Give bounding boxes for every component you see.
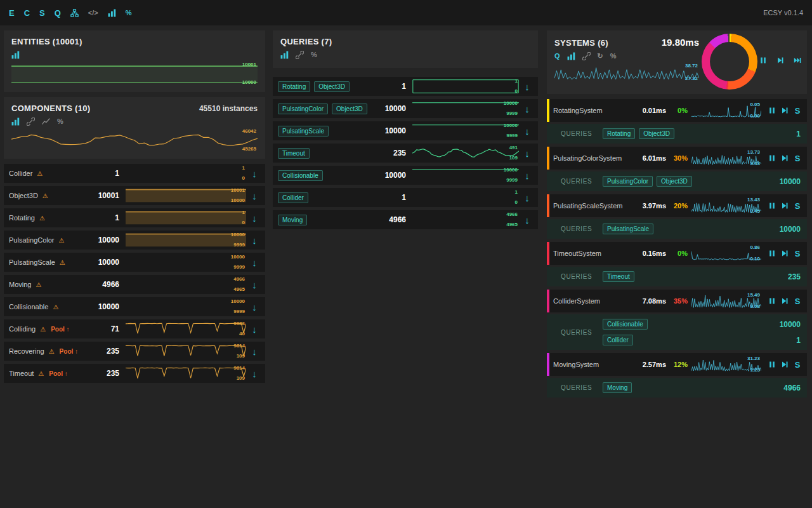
pause-system-button[interactable]	[766, 200, 778, 211]
expand-arrow-icon[interactable]: ↓	[521, 148, 533, 159]
system-query-row[interactable]: Moving4966	[603, 380, 801, 396]
query-tag[interactable]: Collider	[278, 192, 308, 203]
step-system-button[interactable]	[779, 105, 790, 116]
component-row[interactable]: Rotating ⚠ 1 1 0 ↓	[4, 208, 265, 227]
pause-system-button[interactable]	[766, 359, 778, 370]
expand-arrow-icon[interactable]: ↓	[521, 170, 533, 181]
system-row[interactable]: PulsatingScaleSystem 3.97ms 20% 13.43 3.…	[547, 194, 807, 217]
refresh-icon[interactable]: ↻	[598, 53, 603, 60]
query-tag[interactable]: PulsatingScale	[603, 224, 653, 234]
expand-arrow-icon[interactable]: ↓	[249, 213, 260, 224]
component-row[interactable]: PulsatingScale ⚠ 10000 10000 9999 ↓	[4, 253, 265, 272]
query-tag[interactable]: Collisionable	[603, 319, 648, 330]
query-tag[interactable]: PulsatingColor	[603, 176, 653, 187]
chart-icon[interactable]	[567, 52, 575, 60]
component-row[interactable]: Colliding ⚠ Pool ↑ 71 9986 40 ↓	[4, 319, 265, 338]
component-row[interactable]: Recovering ⚠ Pool ↑ 235 9814 109 ↓	[4, 342, 265, 361]
query-tag[interactable]: Collider	[603, 335, 633, 345]
system-row[interactable]: RotatingSystem 0.01ms 0% 0.05 0.00 S	[547, 99, 807, 122]
pause-system-button[interactable]	[766, 152, 778, 164]
query-row[interactable]: Collider 1 1 0 ↓	[273, 188, 538, 207]
percent-icon[interactable]: %	[57, 118, 63, 125]
query-tag[interactable]: Object3D	[657, 176, 692, 187]
system-query-row[interactable]: PulsatingColorObject3D10000	[603, 173, 801, 189]
component-row[interactable]: PulsatingColor ⚠ 10000 10000 9999 ↓	[4, 231, 265, 250]
percent-icon[interactable]: %	[311, 51, 317, 58]
step-system-button[interactable]	[779, 200, 790, 211]
query-tag[interactable]: Object3D	[332, 104, 367, 114]
percent-icon[interactable]: %	[610, 53, 617, 60]
query-row[interactable]: PulsatingScale 10000 10000 9999 ↓	[273, 121, 538, 140]
solo-system-button[interactable]: S	[792, 295, 803, 307]
expand-arrow-icon[interactable]: ↓	[249, 168, 260, 179]
percent-icon[interactable]: %	[126, 9, 132, 17]
step-system-button[interactable]	[779, 295, 790, 307]
query-letter-icon[interactable]: Q	[554, 53, 560, 60]
expand-arrow-icon[interactable]: ↓	[249, 346, 260, 357]
expand-arrow-icon[interactable]: ↓	[249, 302, 260, 312]
query-row[interactable]: Timeout 235 491 109 ↓	[273, 144, 538, 163]
query-tag[interactable]: Rotating	[278, 81, 310, 92]
system-query-row[interactable]: PulsatingScale10000	[603, 221, 801, 237]
toolbar-components-button[interactable]: C	[24, 8, 30, 18]
query-tag[interactable]: Timeout	[603, 271, 634, 282]
pause-system-button[interactable]	[766, 248, 778, 259]
system-row[interactable]: PulsatingColorSystem 6.01ms 30% 13.73 3.…	[547, 147, 807, 170]
step-frame-button[interactable]	[775, 55, 786, 66]
query-tag[interactable]: Rotating	[603, 128, 635, 139]
chart-icon[interactable]	[108, 9, 116, 17]
query-tag[interactable]: Timeout	[278, 148, 310, 159]
component-row[interactable]: Timeout ⚠ Pool ↑ 235 9814 109 ↓	[4, 364, 265, 383]
query-row[interactable]: RotatingObject3D 1 1 0 ↓	[273, 77, 538, 96]
system-row[interactable]: ColliderSystem 7.08ms 35% 15.49 3.08 S	[547, 290, 807, 312]
solo-system-button[interactable]: S	[792, 359, 803, 370]
query-row[interactable]: PulsatingColorObject3D 10000 10000 9999 …	[273, 99, 538, 118]
pause-all-button[interactable]	[757, 55, 769, 66]
query-tag[interactable]: Object3D	[314, 81, 350, 92]
component-row[interactable]: Collisionable ⚠ 10000 10000 9999 ↓	[4, 297, 265, 316]
component-row[interactable]: Moving ⚠ 4966 4966 4965 ↓	[4, 275, 265, 294]
expand-arrow-icon[interactable]: ↓	[249, 190, 260, 201]
hierarchy-icon[interactable]	[70, 9, 79, 17]
system-row[interactable]: MovingSystem 2.57ms 12% 31.23 1.23 S	[547, 353, 807, 376]
expand-arrow-icon[interactable]: ↓	[249, 368, 260, 379]
solo-system-button[interactable]: S	[792, 152, 803, 164]
expand-arrow-icon[interactable]: ↓	[249, 235, 260, 246]
expand-arrow-icon[interactable]: ↓	[249, 257, 260, 268]
step-system-button[interactable]	[779, 248, 790, 259]
expand-arrow-icon[interactable]: ↓	[249, 324, 260, 335]
step-system-button[interactable]	[779, 152, 790, 164]
system-query-row[interactable]: Timeout235	[603, 269, 801, 284]
step-system-button[interactable]	[779, 359, 790, 370]
link-icon[interactable]	[296, 51, 304, 59]
query-row[interactable]: Collisionable 10000 10000 9999 ↓	[273, 166, 538, 185]
chart-icon[interactable]	[280, 51, 289, 59]
expand-arrow-icon[interactable]: ↓	[521, 126, 533, 137]
solo-system-button[interactable]: S	[792, 248, 803, 259]
query-tag[interactable]: Collisionable	[278, 170, 323, 181]
link-icon[interactable]	[27, 117, 35, 126]
toolbar-systems-button[interactable]: S	[39, 8, 45, 18]
step-to-end-button[interactable]	[792, 55, 803, 66]
solo-system-button[interactable]: S	[792, 105, 803, 116]
query-row[interactable]: Moving 4966 4966 4965 ↓	[273, 210, 538, 229]
query-tag[interactable]: Object3D	[639, 128, 674, 139]
toolbar-entities-button[interactable]: E	[9, 8, 15, 18]
pause-system-button[interactable]	[766, 295, 778, 307]
system-query-row[interactable]: Collider1	[603, 332, 801, 348]
component-row[interactable]: Collider ⚠ 1 1 0 ↓	[4, 164, 265, 183]
trend-icon[interactable]	[42, 117, 50, 126]
solo-system-button[interactable]: S	[792, 200, 803, 211]
query-tag[interactable]: PulsatingScale	[278, 126, 329, 137]
query-tag[interactable]: Moving	[278, 215, 307, 225]
expand-arrow-icon[interactable]: ↓	[249, 279, 260, 290]
chart-icon[interactable]	[11, 51, 20, 59]
toolbar-queries-button[interactable]: Q	[55, 8, 61, 18]
query-tag[interactable]: Moving	[603, 382, 632, 393]
expand-arrow-icon[interactable]: ↓	[521, 192, 533, 203]
system-query-row[interactable]: Collisionable10000	[603, 316, 801, 332]
link-icon[interactable]	[582, 52, 591, 60]
expand-arrow-icon[interactable]: ↓	[521, 81, 533, 92]
expand-arrow-icon[interactable]: ↓	[521, 215, 533, 225]
system-query-row[interactable]: RotatingObject3D1	[603, 126, 801, 142]
